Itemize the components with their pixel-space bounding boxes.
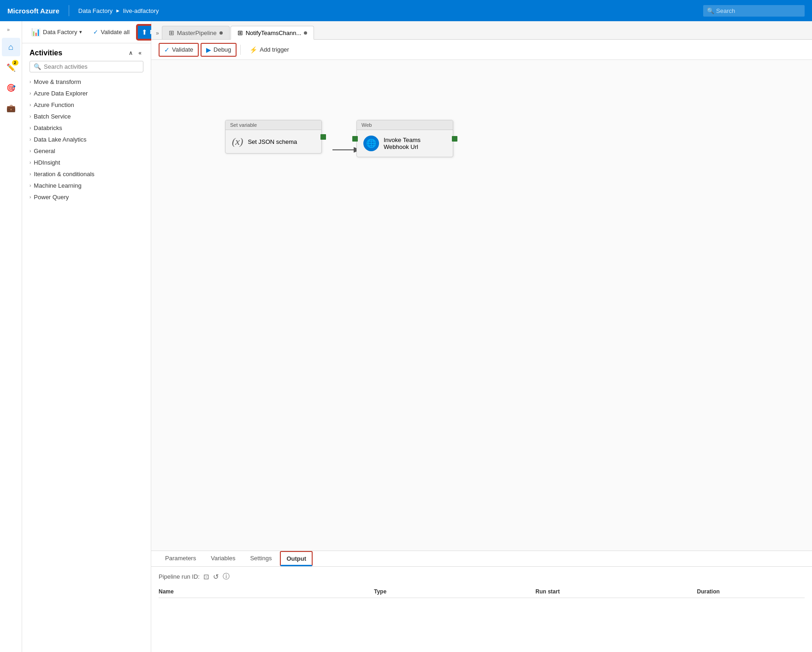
pipeline-canvas[interactable]: Set variable (x) Set JSON schema Web 🌐 <box>151 60 812 551</box>
node-set-var-header: Set variable <box>225 120 321 130</box>
breadcrumb: Data Factory ► live-adfactory <box>78 7 159 14</box>
tab-variables-label: Variables <box>211 555 235 562</box>
app-layout: » ⌂ ✏️ 2 🎯 💼 📊 Data Factory ▾ ✓ Validate… <box>0 21 812 652</box>
chevron-icon: › <box>30 148 31 154</box>
tabs-bar: » ⊞ MasterPipeline ⊞ NotifyTeamsChann... <box>151 21 812 40</box>
activity-node-web[interactable]: Web 🌐 Invoke Teams Webhook Url <box>356 120 453 157</box>
node-web-label: Invoke Teams Webhook Url <box>384 136 421 150</box>
chevron-icon: › <box>30 125 31 130</box>
author-badge: 2 <box>12 60 18 65</box>
category-label: Move & transform <box>34 78 81 85</box>
copy-icon[interactable]: ⊡ <box>203 573 209 581</box>
canvas-bottom-wrapper: Set variable (x) Set JSON schema Web 🌐 <box>151 60 812 652</box>
category-label: Azure Function <box>34 101 74 108</box>
validate-all-label: Validate all <box>101 29 130 36</box>
sidebar-expand-btn[interactable]: » <box>4 25 13 34</box>
add-trigger-btn[interactable]: ⚡ Add trigger <box>244 43 294 56</box>
activities-sidebar: 📊 Data Factory ▾ ✓ Validate all ⬆ Publis… <box>22 21 151 652</box>
search-activities-box[interactable]: 🔍 <box>30 61 143 72</box>
category-label: Iteration & conditionals <box>34 171 95 178</box>
breadcrumb-arrow: ► <box>115 8 120 13</box>
collapse-icon2[interactable]: « <box>136 49 143 57</box>
category-label: HDInsight <box>34 159 60 166</box>
breadcrumb-live-adfactory: live-adfactory <box>123 7 159 14</box>
tab-parameters[interactable]: Parameters <box>159 551 202 566</box>
debug-btn[interactable]: ▶ Debug <box>201 43 237 57</box>
activities-title-actions: ∧ « <box>127 49 143 57</box>
collapse-icon[interactable]: ∧ <box>127 49 135 57</box>
category-power-query[interactable]: › Power Query <box>22 191 151 203</box>
tab-parameters-label: Parameters <box>165 555 196 562</box>
validate-icon: ✓ <box>164 46 170 53</box>
col-name-header: Name <box>159 588 374 595</box>
validate-btn[interactable]: ✓ Validate <box>159 43 199 57</box>
icon-sidebar: » ⌂ ✏️ 2 🎯 💼 <box>0 21 22 652</box>
tab-pipeline-icon2: ⊞ <box>237 29 243 36</box>
category-data-lake-analytics[interactable]: › Data Lake Analytics <box>22 134 151 145</box>
pipeline-run-id-label: Pipeline run ID: <box>159 573 200 580</box>
refresh-icon[interactable]: ↺ <box>213 573 219 581</box>
app-brand: Microsoft Azure <box>7 7 59 15</box>
chevron-icon: › <box>30 79 31 84</box>
tab-pipeline-icon: ⊞ <box>169 29 174 36</box>
node-set-var-out-connector[interactable] <box>320 134 326 140</box>
trigger-icon: ⚡ <box>249 46 257 53</box>
col-duration-header: Duration <box>697 588 805 595</box>
debug-icon: ▶ <box>206 46 211 53</box>
sidebar-item-author[interactable]: ✏️ 2 <box>2 58 20 77</box>
tab-unsaved-dot2 <box>304 31 307 35</box>
tab-variables[interactable]: Variables <box>204 551 242 566</box>
tab-unsaved-dot <box>219 31 223 35</box>
activities-panel: Activities ∧ « 🔍 › Move & transform › Az… <box>22 43 151 652</box>
bottom-content: Pipeline run ID: ⊡ ↺ ⓘ Name Type Run sta… <box>151 567 812 604</box>
bottom-panel: Parameters Variables Settings Output Pip… <box>151 551 812 652</box>
activity-node-set-variable[interactable]: Set variable (x) Set JSON schema <box>225 120 322 154</box>
search-activities-input[interactable] <box>44 63 139 70</box>
category-iteration-conditionals[interactable]: › Iteration & conditionals <box>22 168 151 180</box>
topbar-search-input[interactable] <box>703 5 805 17</box>
node-set-var-header-text: Set variable <box>230 122 257 128</box>
search-wrap: 🔍 <box>703 5 805 17</box>
pipeline-run-row: Pipeline run ID: ⊡ ↺ ⓘ <box>159 572 805 581</box>
tab-notify-teams[interactable]: ⊞ NotifyTeamsChann... <box>231 26 314 40</box>
tab-master-pipeline[interactable]: ⊞ MasterPipeline <box>162 26 230 39</box>
tab-output-label: Output <box>286 555 306 562</box>
sidebar-item-manage[interactable]: 💼 <box>2 99 20 117</box>
home-icon: ⌂ <box>8 42 13 52</box>
node-set-var-body: (x) Set JSON schema <box>225 130 321 153</box>
chevron-icon: › <box>30 195 31 200</box>
category-label: General <box>34 148 55 154</box>
data-factory-btn[interactable]: 📊 Data Factory ▾ <box>28 25 86 39</box>
category-batch-service[interactable]: › Batch Service <box>22 111 151 122</box>
category-hdinsight[interactable]: › HDInsight <box>22 157 151 168</box>
node-set-var-label: Set JSON schema <box>248 138 297 145</box>
main-content: » ⊞ MasterPipeline ⊞ NotifyTeamsChann...… <box>151 21 812 652</box>
category-label: Azure Data Explorer <box>34 90 88 97</box>
category-move-transform[interactable]: › Move & transform <box>22 76 151 88</box>
category-azure-data-explorer[interactable]: › Azure Data Explorer <box>22 88 151 99</box>
tabs-expand-icon[interactable]: » <box>153 27 162 39</box>
data-factory-chevron: ▾ <box>79 29 82 35</box>
main-toolbar: 📊 Data Factory ▾ ✓ Validate all ⬆ Publis… <box>22 21 151 43</box>
topbar-divider <box>69 5 69 16</box>
web-globe-icon: 🌐 <box>363 136 379 151</box>
sidebar-item-home[interactable]: ⌂ <box>2 38 20 56</box>
node-web-in-connector[interactable] <box>352 136 358 142</box>
category-azure-function[interactable]: › Azure Function <box>22 99 151 111</box>
validate-all-btn[interactable]: ✓ Validate all <box>89 26 133 38</box>
manage-icon: 💼 <box>6 104 16 113</box>
tab-output[interactable]: Output <box>280 551 313 566</box>
chevron-icon: › <box>30 172 31 177</box>
node-web-header: Web <box>357 120 453 130</box>
category-general[interactable]: › General <box>22 145 151 157</box>
info-icon[interactable]: ⓘ <box>223 572 230 581</box>
category-databricks[interactable]: › Databricks <box>22 122 151 134</box>
set-var-icon: (x) <box>232 136 243 148</box>
tab-settings[interactable]: Settings <box>243 551 278 566</box>
category-machine-learning[interactable]: › Machine Learning <box>22 180 151 191</box>
node-web-out-connector[interactable] <box>452 136 457 142</box>
sidebar-item-monitor[interactable]: 🎯 <box>2 78 20 97</box>
tab-notify-label: NotifyTeamsChann... <box>246 30 302 36</box>
debug-label: Debug <box>213 46 231 53</box>
chevron-icon: › <box>30 102 31 107</box>
